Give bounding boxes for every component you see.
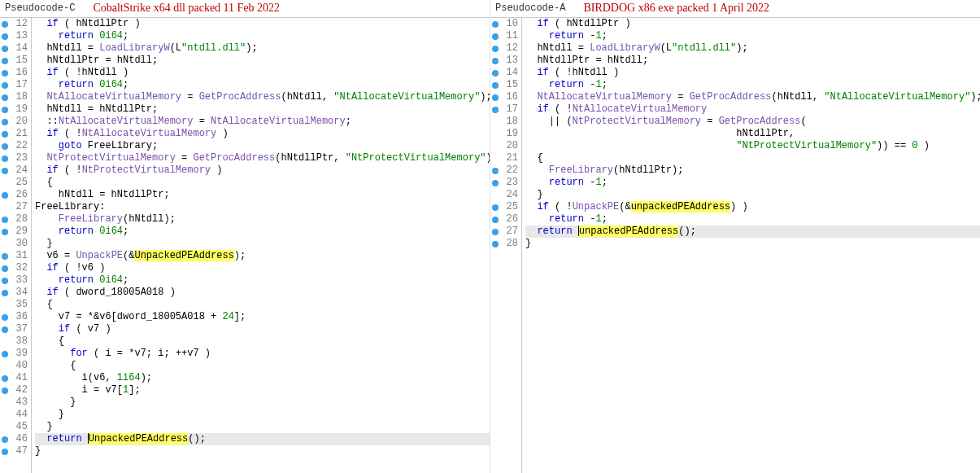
- breakpoint-dot-icon[interactable]: [2, 143, 8, 150]
- code-line[interactable]: if ( !NtProtectVirtualMemory ): [35, 164, 490, 177]
- gutter-line[interactable]: 15: [0, 55, 31, 67]
- gutter-line[interactable]: 19: [0, 103, 31, 116]
- gutter-line[interactable]: 16: [490, 91, 521, 103]
- gutter-line[interactable]: 17: [490, 103, 521, 116]
- left-code-area[interactable]: 1213141516171819202122232425262728293031…: [0, 18, 490, 473]
- code-line[interactable]: FreeLibrary(hNtdll);: [35, 213, 490, 226]
- breakpoint-dot-icon[interactable]: [492, 241, 499, 247]
- breakpoint-dot-icon[interactable]: [2, 94, 8, 101]
- gutter-line[interactable]: 14: [490, 67, 521, 79]
- code-line[interactable]: {: [35, 360, 490, 372]
- gutter-line[interactable]: 11: [490, 30, 521, 42]
- gutter-line[interactable]: 14: [0, 42, 31, 55]
- gutter-line[interactable]: 22: [490, 164, 521, 177]
- code-line[interactable]: }: [35, 421, 490, 433]
- gutter-line[interactable]: 26: [0, 189, 31, 201]
- breakpoint-dot-icon[interactable]: [492, 107, 499, 113]
- gutter-line[interactable]: 43: [0, 396, 31, 409]
- code-line[interactable]: hNtdllPtr,: [525, 128, 980, 140]
- gutter-line[interactable]: 24: [490, 189, 521, 201]
- breakpoint-dot-icon[interactable]: [2, 107, 8, 113]
- breakpoint-dot-icon[interactable]: [492, 180, 499, 186]
- gutter-line[interactable]: 13: [490, 55, 521, 67]
- breakpoint-dot-icon[interactable]: [492, 204, 499, 211]
- gutter-line[interactable]: 27: [0, 201, 31, 213]
- code-line[interactable]: for ( i = *v7; i; ++v7 ): [35, 348, 490, 360]
- code-line[interactable]: if ( dword_18005A018 ): [35, 287, 490, 299]
- right-tab-label[interactable]: Pseudocode-A: [495, 2, 565, 14]
- code-line[interactable]: if ( v7 ): [35, 323, 490, 335]
- code-line[interactable]: {: [35, 299, 490, 311]
- code-line[interactable]: hNtdll = LoadLibraryW(L"ntdll.dll");: [35, 42, 490, 55]
- code-line[interactable]: }: [35, 409, 490, 421]
- code-line[interactable]: "NtProtectVirtualMemory")) == 0 ): [525, 140, 980, 152]
- code-line[interactable]: return -1;: [525, 213, 980, 226]
- gutter-line[interactable]: 20: [0, 116, 31, 128]
- code-line[interactable]: return 0i64;: [35, 226, 490, 238]
- code-line[interactable]: return -1;: [525, 79, 980, 91]
- gutter-line[interactable]: 25: [490, 201, 521, 213]
- gutter-line[interactable]: 16: [0, 67, 31, 79]
- gutter-line[interactable]: 38: [0, 335, 31, 348]
- code-line[interactable]: NtAllocateVirtualMemory = GetProcAddress…: [35, 91, 490, 103]
- breakpoint-dot-icon[interactable]: [2, 278, 8, 284]
- left-tab-label[interactable]: Pseudocode-C: [5, 2, 75, 14]
- code-line[interactable]: }: [525, 238, 980, 250]
- breakpoint-dot-icon[interactable]: [2, 155, 8, 162]
- code-line[interactable]: if ( !hNtdll ): [525, 67, 980, 79]
- gutter-line[interactable]: 25: [0, 177, 31, 189]
- breakpoint-dot-icon[interactable]: [2, 449, 8, 455]
- code-line[interactable]: return 0i64;: [35, 30, 490, 42]
- gutter-line[interactable]: 28: [490, 238, 521, 250]
- gutter-line[interactable]: 13: [0, 30, 31, 42]
- code-line[interactable]: if ( !NtAllocateVirtualMemory: [525, 103, 980, 116]
- gutter-line[interactable]: 40: [0, 360, 31, 372]
- code-line[interactable]: }: [525, 189, 980, 201]
- breakpoint-dot-icon[interactable]: [2, 253, 8, 260]
- gutter-line[interactable]: 37: [0, 323, 31, 335]
- gutter-line[interactable]: 17: [0, 79, 31, 91]
- breakpoint-dot-icon[interactable]: [2, 351, 8, 357]
- code-line[interactable]: goto FreeLibrary;: [35, 140, 490, 152]
- code-line[interactable]: return -1;: [525, 30, 980, 42]
- code-line[interactable]: NtProtectVirtualMemory = GetProcAddress(…: [35, 152, 490, 164]
- gutter-line[interactable]: 18: [0, 91, 31, 103]
- gutter-line[interactable]: 15: [490, 79, 521, 91]
- breakpoint-dot-icon[interactable]: [2, 21, 8, 28]
- left-code[interactable]: if ( hNtdllPtr ) return 0i64; hNtdll = L…: [32, 18, 490, 473]
- gutter-line[interactable]: 31: [0, 250, 31, 262]
- right-code-area[interactable]: 10111213141516171819202122232425262728 i…: [490, 18, 980, 473]
- code-line[interactable]: || (NtProtectVirtualMemory = GetProcAddr…: [525, 116, 980, 128]
- left-gutter[interactable]: 1213141516171819202122232425262728293031…: [0, 18, 32, 473]
- code-line[interactable]: }: [35, 445, 490, 458]
- gutter-line[interactable]: 36: [0, 311, 31, 323]
- gutter-line[interactable]: 33: [0, 274, 31, 287]
- gutter-line[interactable]: 39: [0, 348, 31, 360]
- breakpoint-dot-icon[interactable]: [2, 33, 8, 40]
- gutter-line[interactable]: 27: [490, 226, 521, 238]
- gutter-line[interactable]: 44: [0, 409, 31, 421]
- gutter-line[interactable]: 41: [0, 372, 31, 384]
- breakpoint-dot-icon[interactable]: [2, 265, 8, 272]
- breakpoint-dot-icon[interactable]: [2, 82, 8, 89]
- breakpoint-dot-icon[interactable]: [492, 217, 499, 223]
- code-line[interactable]: hNtdll = hNtdllPtr;: [35, 189, 490, 201]
- gutter-line[interactable]: 28: [0, 213, 31, 226]
- code-line[interactable]: NtAllocateVirtualMemory = GetProcAddress…: [525, 91, 980, 103]
- breakpoint-dot-icon[interactable]: [2, 168, 8, 174]
- code-line[interactable]: hNtdllPtr = hNtdll;: [35, 55, 490, 67]
- code-line[interactable]: i(v6, 1i64);: [35, 372, 490, 384]
- breakpoint-dot-icon[interactable]: [492, 70, 499, 77]
- breakpoint-dot-icon[interactable]: [2, 436, 8, 443]
- gutter-line[interactable]: 32: [0, 262, 31, 274]
- breakpoint-dot-icon[interactable]: [2, 375, 8, 382]
- breakpoint-dot-icon[interactable]: [2, 119, 8, 125]
- breakpoint-dot-icon[interactable]: [2, 70, 8, 77]
- breakpoint-dot-icon[interactable]: [492, 229, 499, 235]
- code-line[interactable]: return 0i64;: [35, 274, 490, 287]
- breakpoint-dot-icon[interactable]: [492, 58, 499, 64]
- gutter-line[interactable]: 34: [0, 287, 31, 299]
- gutter-line[interactable]: 47: [0, 445, 31, 458]
- code-line[interactable]: return UnpackedPEAddress();: [35, 433, 490, 445]
- breakpoint-dot-icon[interactable]: [492, 168, 499, 174]
